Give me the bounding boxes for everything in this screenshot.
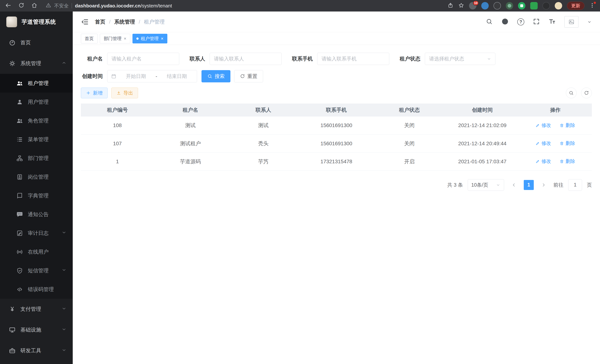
edit-doc-icon [16, 230, 23, 237]
sidebar-item-error-code[interactable]: 错误码管理 [0, 280, 73, 299]
delete-link[interactable]: 删除 [560, 158, 575, 165]
next-page-button[interactable] [539, 180, 549, 190]
chevron-down-icon[interactable] [587, 19, 592, 24]
phone-input[interactable] [317, 53, 389, 65]
extension-icon[interactable]: 10 [469, 2, 477, 9]
sidebar-item-tenant[interactable]: 租户管理 [0, 74, 73, 93]
toggle-search-button[interactable] [566, 88, 577, 98]
extension-icon[interactable] [555, 2, 562, 9]
delete-link[interactable]: 删除 [560, 140, 575, 147]
status-text: 关闭 [373, 117, 446, 134]
chevron-down-icon [496, 183, 501, 187]
extension-icon[interactable] [494, 2, 501, 9]
gear-icon [9, 60, 16, 67]
bookmark-star-icon[interactable] [458, 2, 464, 9]
table-row: 1 芋道源码 芋艿 17321315478 开启 2021-01-05 17:0… [81, 152, 592, 170]
search-button[interactable]: 搜索 [201, 70, 230, 82]
org-tree-icon [16, 155, 23, 162]
refresh-icon [240, 74, 245, 79]
extension-badge: 10 [473, 0, 479, 6]
sidebar-item-infrastructure[interactable]: 基础设施 [0, 319, 73, 340]
sidebar-item-audit-log[interactable]: 审计日志 [0, 224, 73, 243]
close-icon[interactable]: × [161, 36, 163, 41]
page-header: 首页 / 系统管理 / 租户管理 ? [73, 11, 600, 32]
back-icon[interactable] [5, 2, 11, 9]
tab-dept[interactable]: 部门管理 × [100, 34, 130, 43]
edit-link[interactable]: 修改 [535, 140, 551, 147]
phone-label: 联系手机 [292, 55, 313, 62]
sidebar-item-system[interactable]: 系统管理 [0, 53, 73, 74]
pencil-icon [535, 141, 540, 146]
app-logo[interactable]: 芋道管理系统 [0, 11, 73, 32]
sidebar-item-home[interactable]: 首页 [0, 32, 73, 53]
extension-icon[interactable] [481, 2, 489, 9]
tab-tenant[interactable]: 租户管理 × [132, 34, 167, 43]
extension-icon[interactable] [543, 2, 550, 9]
col-tenant-id: 租户编号 [81, 103, 154, 117]
users-icon [16, 117, 23, 124]
home-icon[interactable] [31, 2, 38, 9]
warning-icon [46, 2, 51, 9]
collapse-menu-icon[interactable] [81, 18, 89, 26]
page-size-select[interactable]: 10条/页 [468, 179, 504, 191]
page-content: 租户名 联系人 联系手机 租户状态 请选择租户状态 [73, 45, 600, 364]
address-bar[interactable]: 不安全 dashboard.yudao.iocoder.cn/system/te… [46, 2, 172, 9]
add-button[interactable]: 新增 [81, 88, 108, 98]
sidebar-item-sms[interactable]: 短信管理 [0, 261, 73, 280]
col-status: 租户状态 [373, 103, 446, 117]
breadcrumb-system[interactable]: 系统管理 [114, 18, 135, 25]
sidebar-item-online-users[interactable]: 在线用户 [0, 243, 73, 261]
download-icon [116, 91, 121, 95]
share-icon[interactable] [448, 2, 453, 9]
edit-link[interactable]: 修改 [535, 158, 551, 165]
export-button[interactable]: 导出 [111, 88, 138, 98]
pencil-icon [535, 159, 540, 164]
reset-button[interactable]: 重置 [234, 70, 263, 82]
sidebar-item-dev-tools[interactable]: 研发工具 [0, 340, 73, 361]
help-icon[interactable]: ? [517, 18, 524, 25]
delete-link[interactable]: 删除 [560, 122, 575, 129]
fullscreen-icon[interactable] [533, 18, 540, 26]
close-icon[interactable]: × [124, 36, 126, 41]
sidebar-item-dept[interactable]: 部门管理 [0, 149, 73, 168]
extension-icon[interactable] [530, 2, 538, 9]
browser-menu-icon[interactable] [589, 2, 595, 9]
sidebar-item-dict[interactable]: 字典管理 [0, 186, 73, 205]
col-contact: 联系人 [227, 103, 300, 117]
goto-page-input[interactable] [568, 179, 582, 191]
page-number-1[interactable]: 1 [524, 180, 534, 190]
contact-input[interactable] [210, 53, 282, 65]
sidebar-item-payment[interactable]: 支付管理 [0, 299, 73, 319]
table-row: 107 测试租户 秃头 15601691300 关闭 2021-12-14 20… [81, 134, 592, 152]
prev-page-button[interactable] [509, 180, 519, 190]
logo-avatar [6, 17, 17, 27]
breadcrumb-home[interactable]: 首页 [95, 18, 105, 25]
search-icon [207, 74, 212, 79]
search-icon[interactable] [486, 18, 493, 26]
pagination: 共 3 条 10条/页 1 前往 页 [81, 179, 592, 191]
screen: 不安全 dashboard.yudao.iocoder.cn/system/te… [0, 0, 600, 364]
book-icon [16, 192, 23, 199]
sidebar-item-user[interactable]: 用户管理 [0, 93, 73, 111]
tab-home[interactable]: 首页 [81, 34, 98, 43]
chevron-down-icon [62, 230, 66, 236]
status-select[interactable]: 请选择租户状态 [425, 53, 495, 65]
tenant-name-input[interactable] [107, 53, 179, 65]
browser-chrome: 不安全 dashboard.yudao.iocoder.cn/system/te… [0, 0, 600, 11]
sidebar-item-post[interactable]: 岗位管理 [0, 168, 73, 186]
status-text: 开启 [373, 152, 446, 170]
date-range-picker[interactable]: 开始日期 - 结束日期 [107, 70, 197, 82]
extension-icon[interactable] [506, 2, 513, 9]
refresh-table-button[interactable] [581, 88, 592, 98]
extension-icon[interactable] [518, 2, 525, 9]
edit-link[interactable]: 修改 [535, 122, 551, 129]
browser-update-button[interactable]: 更新 [567, 2, 584, 10]
table-row: 108 测试 测试 15601691300 关闭 2021-12-14 21:0… [81, 117, 592, 134]
avatar[interactable] [564, 16, 579, 28]
sidebar-item-role[interactable]: 角色管理 [0, 111, 73, 130]
reload-icon[interactable] [18, 2, 25, 9]
sidebar-item-menu[interactable]: 菜单管理 [0, 130, 73, 149]
sidebar-item-notice[interactable]: 通知公告 [0, 205, 73, 224]
github-icon[interactable] [501, 18, 509, 26]
font-size-icon[interactable] [548, 18, 556, 26]
